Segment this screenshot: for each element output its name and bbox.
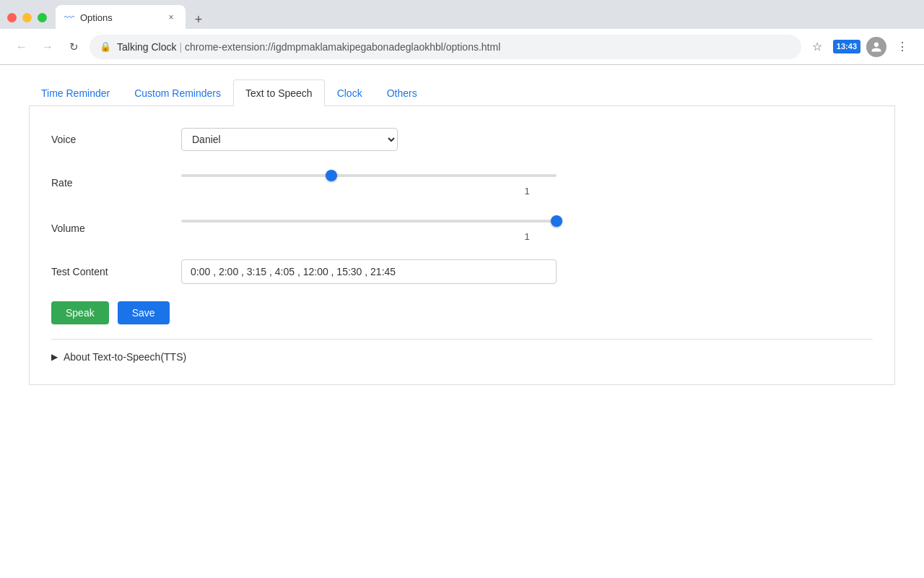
voice-label: Voice [51, 134, 181, 145]
url-bar[interactable]: 🔒 Talking Clock | chrome-extension://igd… [90, 35, 801, 59]
tab-title: Options [80, 12, 160, 23]
browser-chrome: 〰 Options × + ← → ↻ 🔒 Talking Clock | ch… [0, 0, 924, 65]
reload-button[interactable]: ↻ [64, 37, 84, 57]
url-path: chrome-extension://igdmpmaklamakipegabon… [185, 41, 500, 53]
url-site: Talking Clock [117, 41, 176, 53]
tab-time-reminder[interactable]: Time Reminder [29, 79, 122, 106]
rate-control: 1 [181, 168, 873, 197]
voice-select[interactable]: Daniel Alex Victoria Karen Samantha [181, 128, 398, 151]
speak-button[interactable]: Speak [51, 301, 109, 324]
save-button[interactable]: Save [118, 301, 170, 324]
close-window-button[interactable] [7, 13, 17, 22]
content-card: Voice Daniel Alex Victoria Karen Samanth… [29, 106, 895, 385]
action-buttons: Speak Save [51, 301, 873, 324]
volume-control: 1 [181, 214, 873, 242]
tab-clock[interactable]: Clock [325, 79, 375, 106]
volume-row: Volume 1 [51, 214, 873, 242]
tab-close-button[interactable]: × [165, 12, 177, 23]
rate-slider-value: 1 [181, 186, 873, 197]
rate-slider-track [181, 174, 557, 177]
new-tab-button[interactable]: + [188, 9, 209, 30]
tab-custom-reminders[interactable]: Custom Reminders [122, 79, 233, 106]
rate-slider-container [181, 168, 557, 183]
test-content-control [181, 259, 873, 284]
back-button[interactable]: ← [12, 37, 32, 57]
voice-row: Voice Daniel Alex Victoria Karen Samanth… [51, 128, 873, 151]
rate-label: Rate [51, 177, 181, 189]
title-bar: 〰 Options × + [0, 0, 924, 29]
chrome-menu-button[interactable]: ⋮ [892, 37, 912, 57]
tab-bar: 〰 Options × + [56, 5, 917, 30]
minimize-window-button[interactable] [22, 13, 32, 22]
bookmark-button[interactable]: ☆ [807, 37, 827, 57]
tab-favicon: 〰 [64, 12, 74, 23]
window-controls [7, 13, 47, 22]
maximize-window-button[interactable] [38, 13, 47, 22]
about-label: About Text-to-Speech(TTS) [64, 351, 186, 363]
forward-button[interactable]: → [38, 37, 58, 57]
test-content-input[interactable] [181, 259, 557, 284]
rate-slider-thumb[interactable] [326, 170, 337, 181]
tab-text-to-speech[interactable]: Text to Speech [233, 79, 325, 106]
about-section[interactable]: ▶ About Text-to-Speech(TTS) [51, 351, 873, 363]
volume-slider-container [181, 214, 557, 228]
secure-icon: 🔒 [100, 41, 111, 52]
profile-icon[interactable] [866, 37, 886, 57]
about-arrow-icon: ▶ [51, 352, 58, 362]
tabs-navigation: Time Reminder Custom Reminders Text to S… [29, 79, 895, 106]
test-content-label: Test Content [51, 266, 181, 277]
volume-slider-value: 1 [181, 231, 873, 242]
tab-others[interactable]: Others [375, 79, 430, 106]
divider [51, 339, 873, 340]
url-text: Talking Clock | chrome-extension://igdmp… [117, 41, 791, 53]
browser-tab[interactable]: 〰 Options × [56, 5, 186, 30]
voice-control: Daniel Alex Victoria Karen Samantha [181, 128, 873, 151]
time-badge: 13:43 [833, 40, 860, 53]
volume-slider-wrapper: 1 [181, 214, 873, 242]
rate-row: Rate 1 [51, 168, 873, 197]
address-bar: ← → ↻ 🔒 Talking Clock | chrome-extension… [0, 29, 924, 65]
volume-label: Volume [51, 223, 181, 234]
page-content: Time Reminder Custom Reminders Text to S… [0, 65, 924, 578]
volume-slider-thumb[interactable] [551, 215, 562, 227]
test-content-row: Test Content [51, 259, 873, 284]
url-separator: | [179, 41, 185, 53]
rate-slider-wrapper: 1 [181, 168, 873, 197]
volume-slider-track [181, 220, 557, 223]
